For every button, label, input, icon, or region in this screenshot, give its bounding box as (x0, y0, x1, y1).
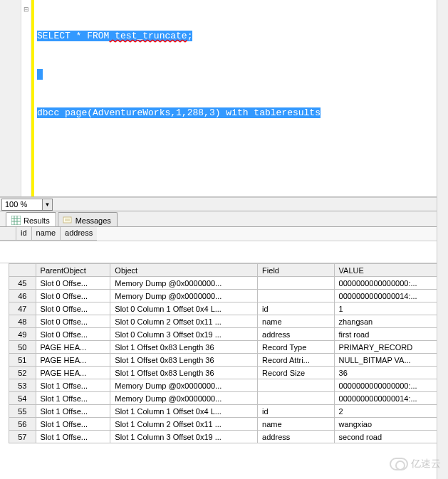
result1-col-id[interactable]: id (16, 227, 31, 241)
zoom-dropdown-arrow[interactable]: ▼ (43, 199, 53, 211)
cell-object[interactable]: Slot 0 Column 2 Offset 0x11 ... (110, 315, 258, 328)
cell-object[interactable]: Slot 1 Offset 0x83 Length 36 (110, 354, 258, 367)
cell-parentobject[interactable]: PAGE HEA... (36, 354, 110, 367)
cell-parentobject[interactable]: Slot 1 Offse... (36, 379, 110, 392)
vertical-scrollbar[interactable] (437, 0, 448, 479)
row-header[interactable]: 49 (9, 328, 36, 341)
table-row[interactable]: 52PAGE HEA...Slot 1 Offset 0x83 Length 3… (9, 367, 447, 379)
zoom-level-input[interactable]: 100 % (1, 199, 43, 211)
cell-field[interactable]: name (258, 418, 334, 431)
tab-messages-label: Messages (75, 216, 111, 225)
result1-corner[interactable] (0, 227, 16, 241)
cell-value[interactable]: 0000000000000000:... (334, 379, 447, 392)
cell-value[interactable]: PRIMARY_RECORD (334, 341, 447, 354)
col-header-parentobject[interactable]: ParentObject (36, 264, 110, 277)
cell-object[interactable]: Slot 1 Offset 0x83 Length 36 (110, 367, 258, 379)
cell-field[interactable]: name (258, 315, 334, 328)
row-header[interactable]: 55 (9, 405, 36, 418)
cell-value[interactable]: first road (334, 328, 447, 341)
result1-col-address[interactable]: address (60, 227, 97, 241)
cell-parentobject[interactable]: Slot 1 Offse... (36, 392, 110, 405)
fold-glyph-minus[interactable]: ⊟ (21, 6, 31, 13)
row-header[interactable]: 53 (9, 379, 36, 392)
watermark: 亿速云 (390, 458, 441, 470)
cell-parentobject[interactable]: Slot 0 Offse... (36, 328, 110, 341)
cell-object[interactable]: Memory Dump @0x0000000... (110, 290, 258, 302)
table-row[interactable]: 49Slot 0 Offse...Slot 0 Column 3 Offset … (9, 328, 447, 341)
cell-object[interactable]: Slot 0 Column 3 Offset 0x19 ... (110, 328, 258, 341)
cell-value[interactable]: 36 (334, 367, 447, 379)
table-row[interactable]: 46Slot 0 Offse...Memory Dump @0x0000000.… (9, 290, 447, 302)
table-row[interactable]: 45Slot 0 Offse...Memory Dump @0x0000000.… (9, 277, 447, 290)
cell-parentobject[interactable]: Slot 1 Offse... (36, 418, 110, 431)
table-row[interactable]: 48Slot 0 Offse...Slot 0 Column 2 Offset … (9, 315, 447, 328)
cell-value[interactable]: NULL_BITMAP VA... (334, 354, 447, 367)
row-header[interactable]: 45 (9, 277, 36, 290)
row-header[interactable]: 56 (9, 418, 36, 431)
cell-parentobject[interactable]: Slot 0 Offse... (36, 277, 110, 290)
cell-field[interactable]: address (258, 328, 334, 341)
grid-gap (0, 241, 448, 263)
table-row[interactable]: 50PAGE HEA...Slot 1 Offset 0x83 Length 3… (9, 341, 447, 354)
cell-value[interactable]: 0000000000000014:... (334, 290, 447, 302)
table-row[interactable]: 55Slot 1 Offse...Slot 1 Column 1 Offset … (9, 405, 447, 418)
result1-col-name[interactable]: name (31, 227, 61, 241)
cell-parentobject[interactable]: Slot 0 Offse... (36, 302, 110, 315)
cell-object[interactable]: Slot 0 Column 1 Offset 0x4 L... (110, 302, 258, 315)
col-header-value[interactable]: VALUE (334, 264, 447, 277)
row-header[interactable]: 51 (9, 354, 36, 367)
table-row[interactable]: 54Slot 1 Offse...Memory Dump @0x0000000.… (9, 392, 447, 405)
table-row[interactable]: 57Slot 1 Offse...Slot 1 Column 3 Offset … (9, 431, 447, 443)
row-header[interactable]: 47 (9, 302, 36, 315)
cell-value[interactable]: wangxiao (334, 418, 447, 431)
cell-field[interactable]: id (258, 302, 334, 315)
cell-value[interactable]: 1 (334, 302, 447, 315)
cell-object[interactable]: Slot 1 Offset 0x83 Length 36 (110, 341, 258, 354)
cell-value[interactable]: 2 (334, 405, 447, 418)
cell-parentobject[interactable]: Slot 0 Offse... (36, 290, 110, 302)
row-header[interactable]: 52 (9, 367, 36, 379)
cell-field[interactable]: Record Size (258, 367, 334, 379)
code-editor[interactable]: SELECT * FROM test_truncate; dbcc page(A… (34, 0, 448, 196)
result-set-2: ParentObject Object Field VALUE 45Slot 0… (0, 263, 448, 443)
cell-object[interactable]: Memory Dump @0x0000000... (110, 277, 258, 290)
fold-column: ⊟ (21, 0, 31, 196)
cell-field[interactable]: address (258, 431, 334, 443)
row-header[interactable]: 48 (9, 315, 36, 328)
cell-object[interactable]: Slot 1 Column 1 Offset 0x4 L... (110, 405, 258, 418)
cell-field[interactable]: Record Type (258, 341, 334, 354)
table-row[interactable]: 47Slot 0 Offse...Slot 0 Column 1 Offset … (9, 302, 447, 315)
table-row[interactable]: 53Slot 1 Offse...Memory Dump @0x0000000.… (9, 379, 447, 392)
cell-field[interactable]: Record Attri... (258, 354, 334, 367)
row-header[interactable]: 46 (9, 290, 36, 302)
row-header[interactable]: 54 (9, 392, 36, 405)
row-header[interactable]: 50 (9, 341, 36, 354)
table-row[interactable]: 51PAGE HEA...Slot 1 Offset 0x83 Length 3… (9, 354, 447, 367)
watermark-text: 亿速云 (411, 458, 441, 470)
col-header-field[interactable]: Field (258, 264, 334, 277)
cell-parentobject[interactable]: Slot 1 Offse... (36, 431, 110, 443)
cell-value[interactable]: zhangsan (334, 315, 447, 328)
cell-field[interactable] (258, 290, 334, 302)
cell-field[interactable] (258, 277, 334, 290)
tab-messages[interactable]: Messages (58, 212, 118, 226)
cell-parentobject[interactable]: PAGE HEA... (36, 367, 110, 379)
cell-field[interactable]: id (258, 405, 334, 418)
cell-value[interactable]: 0000000000000000:... (334, 277, 447, 290)
cell-value[interactable]: 0000000000000014:... (334, 392, 447, 405)
col-header-object[interactable]: Object (110, 264, 258, 277)
cell-field[interactable] (258, 392, 334, 405)
cell-parentobject[interactable]: PAGE HEA... (36, 341, 110, 354)
row-header[interactable]: 57 (9, 431, 36, 443)
cell-parentobject[interactable]: Slot 0 Offse... (36, 315, 110, 328)
cell-object[interactable]: Memory Dump @0x0000000... (110, 379, 258, 392)
table-row[interactable]: 56Slot 1 Offse...Slot 1 Column 2 Offset … (9, 418, 447, 431)
cell-value[interactable]: second road (334, 431, 447, 443)
cell-object[interactable]: Memory Dump @0x0000000... (110, 392, 258, 405)
cell-object[interactable]: Slot 1 Column 2 Offset 0x11 ... (110, 418, 258, 431)
cell-parentobject[interactable]: Slot 1 Offse... (36, 405, 110, 418)
cell-object[interactable]: Slot 1 Column 3 Offset 0x19 ... (110, 431, 258, 443)
tab-results[interactable]: Results (6, 212, 56, 226)
grid-corner[interactable] (9, 264, 36, 277)
cell-field[interactable] (258, 379, 334, 392)
